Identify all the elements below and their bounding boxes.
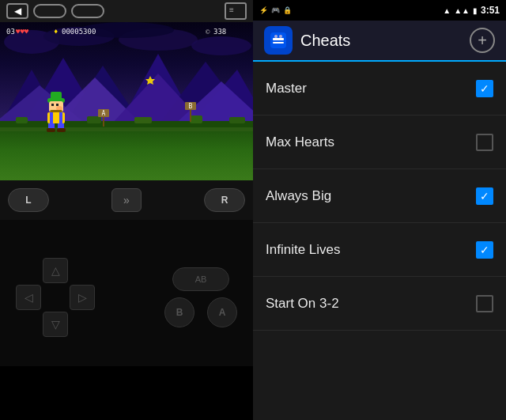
svg-text:A: A [102, 110, 106, 117]
svg-rect-23 [190, 115, 202, 123]
app-title: Cheats [300, 32, 350, 50]
svg-rect-53 [273, 38, 284, 40]
dpad-right-button[interactable]: ▷ [70, 285, 95, 310]
status-icons-right: ▲ ▲▲ ▮ 3:51 [443, 5, 500, 16]
cheat-label-start_on_3_2: Start On 3-2 [266, 296, 339, 312]
controller-area: △ ▽ ◁ ▷ AB [0, 220, 253, 366]
svg-rect-30 [56, 104, 59, 106]
cheat-checkbox-start_on_3_2[interactable] [476, 295, 493, 312]
game-status-bar: ◀ [0, 0, 253, 22]
cheat-item-always_big[interactable]: Always Big✓ [253, 169, 506, 223]
svg-rect-55 [274, 35, 278, 38]
svg-rect-29 [51, 104, 54, 106]
svg-rect-19 [16, 117, 28, 123]
svg-rect-31 [50, 110, 62, 112]
svg-rect-26 [51, 92, 62, 100]
back-button[interactable]: ◀ [6, 3, 28, 19]
action-row: B A [164, 297, 237, 327]
svg-text:♥♥♥: ♥♥♥ [16, 28, 29, 36]
usb-icon: ⚡ [259, 6, 268, 14]
svg-rect-21 [87, 116, 101, 123]
svg-text:©: © [206, 28, 210, 36]
dpad-up-button[interactable]: △ [43, 258, 68, 283]
notification-icon-2: 🔒 [283, 6, 292, 14]
svg-rect-56 [279, 35, 282, 38]
status-left-buttons: ◀ [6, 3, 104, 19]
dpad-down-button[interactable]: ▽ [43, 312, 68, 337]
add-cheat-button[interactable]: + [470, 28, 495, 53]
svg-text:00005300: 00005300 [62, 28, 96, 36]
a-button[interactable]: A [207, 297, 237, 327]
cheat-item-master[interactable]: Master✓ [253, 62, 506, 115]
cheat-label-infinite_lives: Infinite Lives [266, 242, 341, 258]
cheat-checkbox-master[interactable]: ✓ [476, 80, 493, 97]
title-left: Cheats [264, 26, 350, 55]
svg-rect-24 [229, 117, 245, 123]
game-panel: ◀ [0, 0, 253, 420]
save-button[interactable] [225, 2, 247, 20]
svg-rect-54 [273, 42, 284, 44]
svg-text:♦: ♦ [54, 28, 58, 36]
b-button[interactable]: B [164, 297, 194, 327]
ab-button[interactable]: AB [172, 267, 229, 291]
cheat-checkbox-max_hearts[interactable] [476, 134, 493, 151]
android-status-bar: ⚡ 🎮 🔒 ▲ ▲▲ ▮ 3:51 [253, 0, 506, 21]
cheat-label-max_hearts: Max Hearts [266, 134, 334, 150]
r-button[interactable]: R [204, 188, 245, 212]
dpad-left-button[interactable]: ◁ [16, 285, 41, 310]
svg-rect-34 [59, 112, 62, 123]
svg-rect-18 [0, 127, 253, 131]
battery-icon: ▮ [473, 6, 478, 15]
notification-icon-1: 🎮 [271, 6, 280, 14]
cheat-item-infinite_lives[interactable]: Infinite Lives✓ [253, 223, 506, 277]
wifi-icon: ▲ [443, 6, 451, 15]
cheat-label-master: Master [266, 81, 307, 96]
status-icons-left: ⚡ 🎮 🔒 [259, 6, 292, 14]
svg-rect-17 [0, 121, 253, 127]
cheat-item-max_hearts[interactable]: Max Hearts [253, 115, 506, 169]
pill-button-2[interactable] [71, 4, 104, 18]
cheat-label-always_big: Always Big [266, 188, 331, 204]
cheat-item-start_on_3_2[interactable]: Start On 3-2 [253, 277, 506, 331]
cheat-checkbox-infinite_lives[interactable]: ✓ [476, 241, 493, 259]
svg-rect-33 [50, 112, 53, 123]
svg-rect-22 [134, 117, 152, 123]
dpad-horizontal: ◁ ▷ [16, 285, 95, 310]
pill-button-1[interactable] [33, 4, 66, 18]
svg-text:03: 03 [6, 28, 15, 36]
svg-rect-37 [47, 128, 55, 132]
cheat-checkbox-always_big[interactable]: ✓ [476, 187, 493, 205]
controls-bar: L » R [0, 180, 253, 220]
dpad: △ ▽ ◁ ▷ [16, 258, 95, 337]
right-panel: ⚡ 🎮 🔒 ▲ ▲▲ ▮ 3:51 Cheats [253, 0, 506, 420]
game-screen: A B 03 ♥♥♥ ♦ 00005300 © 338 [0, 22, 253, 180]
svg-text:338: 338 [213, 28, 226, 36]
signal-icon: ▲▲ [454, 6, 470, 15]
app-icon [264, 26, 293, 55]
time-display: 3:51 [481, 5, 500, 16]
fast-forward-button[interactable]: » [111, 188, 142, 212]
svg-text:B: B [189, 103, 193, 110]
action-buttons: AB B A [164, 267, 237, 327]
svg-rect-38 [57, 128, 66, 132]
app-title-bar: Cheats + [253, 21, 506, 62]
l-button[interactable]: L [8, 188, 49, 212]
cheats-list: Master✓Max HeartsAlways Big✓Infinite Liv… [253, 62, 506, 420]
svg-point-4 [191, 36, 251, 55]
